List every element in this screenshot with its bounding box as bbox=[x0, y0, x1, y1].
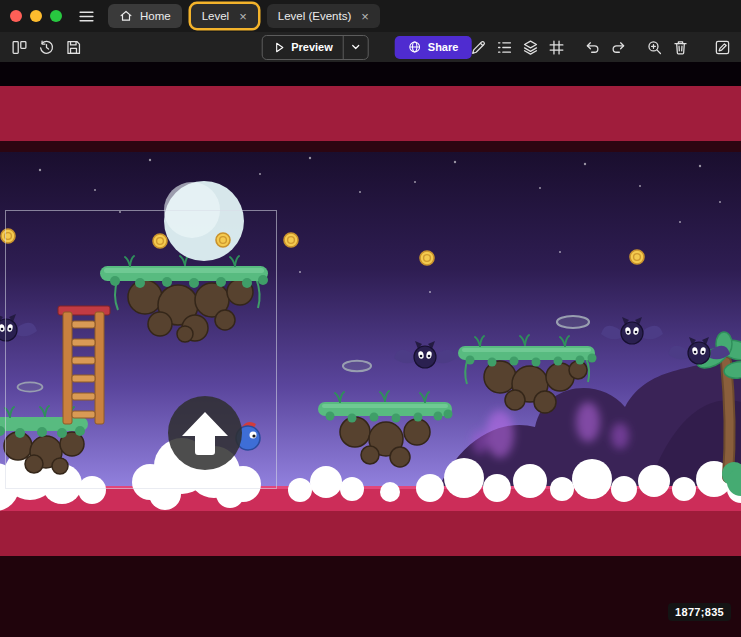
preview-button-main[interactable]: Preview bbox=[262, 36, 343, 59]
globe-icon bbox=[408, 40, 422, 54]
title-bar: Home Level × Level (Events) × bbox=[0, 0, 741, 32]
ellipse-outline-object[interactable] bbox=[557, 316, 589, 328]
hamburger-icon bbox=[78, 8, 95, 25]
share-button[interactable]: Share bbox=[395, 36, 472, 59]
zoom-in-button[interactable] bbox=[643, 35, 665, 59]
jump-button[interactable] bbox=[168, 396, 242, 470]
tab-label: Level bbox=[202, 10, 230, 22]
tab-bar: Home Level × Level (Events) × bbox=[108, 0, 389, 32]
coin[interactable] bbox=[630, 250, 644, 264]
layers-button[interactable] bbox=[519, 35, 541, 59]
toolbar-left-group bbox=[8, 35, 84, 59]
ellipse-outline-object[interactable] bbox=[18, 382, 43, 391]
redo-button[interactable] bbox=[607, 35, 629, 59]
tab-level[interactable]: Level × bbox=[191, 4, 258, 28]
top-maroon-strip bbox=[0, 141, 741, 152]
zoom-window-button[interactable] bbox=[50, 10, 62, 22]
tab-label: Level (Events) bbox=[278, 10, 352, 22]
grid-icon bbox=[548, 39, 565, 56]
bottom-dark-band bbox=[0, 556, 741, 637]
history-button[interactable] bbox=[35, 35, 57, 59]
grid-button[interactable] bbox=[545, 35, 567, 59]
chevron-down-icon bbox=[350, 41, 362, 53]
preview-button[interactable]: Preview bbox=[261, 35, 369, 60]
instances-list-button[interactable] bbox=[493, 35, 515, 59]
top-dark-band bbox=[0, 62, 741, 86]
coin[interactable] bbox=[216, 233, 230, 247]
close-window-button[interactable] bbox=[10, 10, 22, 22]
preview-options-button[interactable] bbox=[343, 36, 368, 59]
coin[interactable] bbox=[1, 229, 15, 243]
redo-icon bbox=[610, 39, 627, 56]
undo-icon bbox=[584, 39, 601, 56]
layers-icon bbox=[522, 39, 539, 56]
history-icon bbox=[38, 39, 55, 56]
preview-label: Preview bbox=[291, 41, 333, 53]
close-tab-icon[interactable]: × bbox=[239, 10, 247, 23]
traffic-lights bbox=[10, 10, 62, 22]
hamburger-menu-button[interactable] bbox=[74, 4, 98, 28]
scene-canvas[interactable] bbox=[0, 62, 741, 637]
cursor-coordinates: 1877;835 bbox=[668, 603, 731, 621]
trash-icon bbox=[672, 39, 689, 56]
save-icon bbox=[65, 39, 82, 56]
zoom-in-icon bbox=[646, 39, 663, 56]
coin[interactable] bbox=[420, 251, 434, 265]
tab-level-events[interactable]: Level (Events) × bbox=[267, 4, 380, 28]
minimize-window-button[interactable] bbox=[30, 10, 42, 22]
toolbar: Preview Share bbox=[0, 32, 741, 62]
save-button[interactable] bbox=[62, 35, 84, 59]
scene-events-icon bbox=[714, 39, 731, 56]
undo-button[interactable] bbox=[581, 35, 603, 59]
trash-button[interactable] bbox=[669, 35, 691, 59]
coin[interactable] bbox=[153, 234, 167, 248]
instances-list-icon bbox=[496, 39, 513, 56]
panels-button[interactable] bbox=[8, 35, 30, 59]
tab-label: Home bbox=[140, 10, 171, 22]
share-label: Share bbox=[428, 41, 459, 53]
scene-events-button[interactable] bbox=[711, 35, 733, 59]
play-icon bbox=[272, 41, 285, 54]
bottom-crimson-band bbox=[0, 511, 741, 556]
ellipse-outline-object[interactable] bbox=[343, 361, 371, 372]
top-crimson-band bbox=[0, 86, 741, 141]
tab-home[interactable]: Home bbox=[108, 4, 182, 28]
app-window: Home Level × Level (Events) × bbox=[0, 0, 741, 637]
pen-icon bbox=[470, 39, 487, 56]
close-tab-icon[interactable]: × bbox=[361, 10, 369, 23]
toolbar-center-group: Preview Share bbox=[261, 32, 471, 62]
home-icon bbox=[119, 9, 133, 23]
coin[interactable] bbox=[284, 233, 298, 247]
moon[interactable] bbox=[164, 181, 244, 261]
panels-icon bbox=[11, 39, 28, 56]
scene-editor-canvas[interactable]: 1877;835 bbox=[0, 62, 741, 637]
